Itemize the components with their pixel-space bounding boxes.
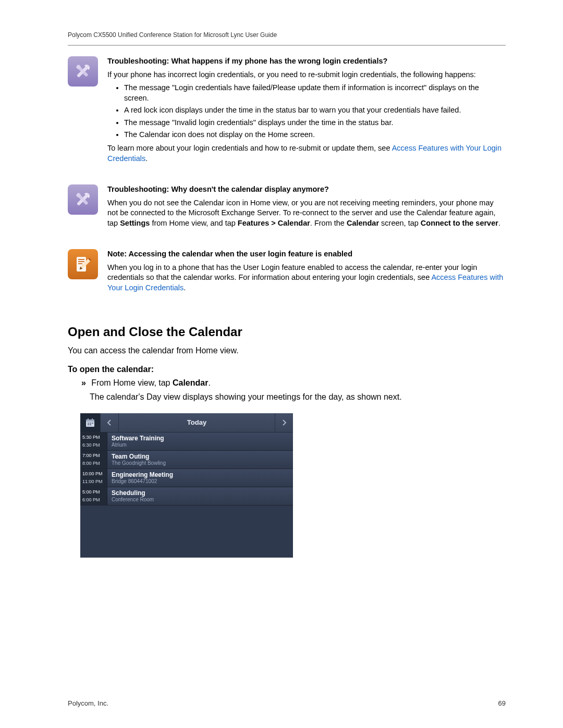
- text-bold: Calendar: [173, 378, 208, 387]
- troubleshoot1-outro: To learn more about your login credentia…: [107, 143, 506, 164]
- event-location: The Goodnight Bowling: [112, 460, 289, 466]
- list-item: The message "Login credentials have fail…: [124, 83, 506, 103]
- text: To learn more about your login credentia…: [107, 144, 392, 152]
- start-time: 10:00 PM: [82, 471, 105, 476]
- page-number: 69: [498, 699, 506, 707]
- start-time: 5:00 PM: [82, 489, 105, 495]
- cal-times: 5:00 PM 6:00 PM: [80, 487, 107, 505]
- calendar-title: Today: [119, 413, 275, 432]
- text: .: [145, 154, 148, 163]
- event-location: Bridge 8604471002: [112, 478, 289, 484]
- svg-rect-9: [78, 263, 82, 264]
- list-item: A red lock icon displays under the time …: [124, 105, 506, 116]
- troubleshoot2-heading: Troubleshooting: Why doesn't the calenda…: [107, 184, 506, 195]
- svg-rect-17: [88, 423, 89, 424]
- prev-day-button[interactable]: [101, 413, 119, 432]
- event-title: Team Outing: [112, 453, 289, 460]
- wrench-icon: [68, 56, 98, 87]
- svg-rect-15: [88, 418, 89, 421]
- next-day-button[interactable]: [275, 413, 293, 432]
- section-title: Open and Close the Calendar: [68, 325, 506, 339]
- svg-rect-8: [78, 261, 84, 262]
- troubleshoot2-body: When you do not see the Calendar icon in…: [107, 198, 506, 229]
- calendar-row[interactable]: 5:00 PM 6:00 PM Scheduling Conference Ro…: [80, 487, 293, 505]
- cal-event: Scheduling Conference Room: [107, 487, 293, 505]
- end-time: 6:00 PM: [82, 497, 105, 502]
- end-time: 11:00 PM: [82, 479, 105, 484]
- troubleshoot-block-2: Troubleshooting: Why doesn't the calenda…: [68, 184, 506, 228]
- note3-heading: Note: Accessing the calendar when the us…: [107, 249, 506, 260]
- text-bold: Connect to the server: [421, 219, 498, 227]
- calendar-row[interactable]: 7:00 PM 8:00 PM Team Outing The Goodnigh…: [80, 451, 293, 469]
- text: From Home view, tap: [91, 378, 173, 387]
- text-bold: Settings: [120, 219, 150, 227]
- svg-rect-14: [86, 419, 94, 422]
- svg-rect-19: [92, 423, 93, 424]
- calendar-row[interactable]: 5:30 PM 6:30 PM Software Training Atrium: [80, 433, 293, 451]
- troubleshoot1-list: The message "Login credentials have fail…: [124, 83, 506, 140]
- cal-event: Engineering Meeting Bridge 8604471002: [107, 469, 293, 487]
- text-bold: Calendar: [347, 219, 379, 227]
- text: . From the: [310, 219, 347, 227]
- section-intro: You can access the calendar from Home vi…: [68, 344, 506, 356]
- calendar-icon[interactable]: [80, 413, 101, 432]
- section-after: The calendar's Day view displays showing…: [90, 391, 506, 403]
- text: from Home view, and tap: [150, 219, 237, 227]
- svg-rect-18: [90, 423, 91, 424]
- calendar-screenshot: Today 5:30 PM 6:30 PM Software Training …: [80, 413, 293, 558]
- open-calendar-subheading: To open the calendar:: [68, 365, 506, 374]
- cal-times: 10:00 PM 11:00 PM: [80, 469, 107, 487]
- list-item: The Calendar icon does not display on th…: [124, 130, 506, 140]
- note-icon: [68, 249, 98, 279]
- cal-times: 5:30 PM 6:30 PM: [80, 433, 107, 450]
- event-title: Software Training: [112, 435, 289, 442]
- event-title: Scheduling: [112, 490, 289, 497]
- event-location: Conference Room: [112, 497, 289, 502]
- note-block-3: Note: Accessing the calendar when the us…: [68, 249, 506, 293]
- text: .: [183, 283, 186, 292]
- start-time: 7:00 PM: [82, 453, 105, 458]
- calendar-row[interactable]: 10:00 PM 11:00 PM Engineering Meeting Br…: [80, 469, 293, 487]
- text: .: [498, 219, 500, 227]
- end-time: 8:00 PM: [82, 461, 105, 466]
- end-time: 6:30 PM: [82, 442, 105, 448]
- doc-header: Polycom CX5500 Unified Conference Statio…: [68, 31, 506, 39]
- text: .: [208, 378, 210, 387]
- text: When you log in to a phone that has the …: [107, 263, 477, 282]
- cal-times: 7:00 PM 8:00 PM: [80, 451, 107, 468]
- troubleshoot1-intro: If your phone has incorrect login creden…: [107, 70, 506, 80]
- start-time: 5:30 PM: [82, 435, 105, 440]
- page-footer: Polycom, Inc. 69: [68, 699, 506, 707]
- svg-rect-20: [88, 424, 89, 425]
- note3-body: When you log in to a phone that has the …: [107, 263, 506, 293]
- text-bold: Features > Calendar: [238, 219, 310, 227]
- event-title: Engineering Meeting: [112, 472, 289, 478]
- calendar-header: Today: [80, 413, 293, 433]
- event-location: Atrium: [112, 442, 289, 448]
- list-item: The message "Invalid login credentials" …: [124, 118, 506, 128]
- wrench-icon: [68, 184, 98, 215]
- step-prefix: »: [81, 378, 86, 387]
- cal-event: Team Outing The Goodnight Bowling: [107, 451, 293, 468]
- svg-rect-21: [90, 424, 91, 425]
- troubleshoot1-heading: Troubleshooting: What happens if my phon…: [107, 56, 506, 67]
- svg-rect-16: [92, 418, 93, 421]
- text: screen, tap: [379, 219, 421, 227]
- svg-rect-7: [78, 259, 84, 260]
- header-rule: [68, 45, 506, 46]
- calendar-empty-space: [80, 505, 293, 558]
- step-1: » From Home view, tap Calendar.: [81, 378, 506, 388]
- cal-event: Software Training Atrium: [107, 433, 293, 450]
- footer-company: Polycom, Inc.: [68, 699, 108, 707]
- troubleshoot-block-1: Troubleshooting: What happens if my phon…: [68, 56, 506, 164]
